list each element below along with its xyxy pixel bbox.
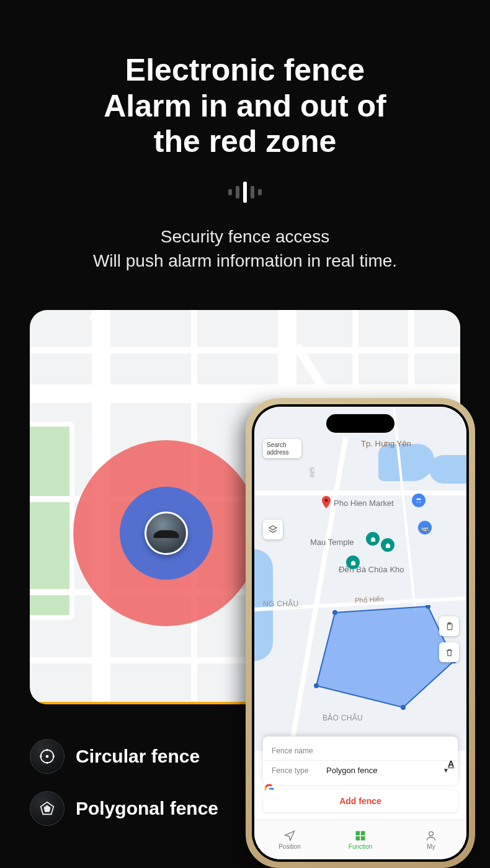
polygon-fence-visual[interactable] bbox=[310, 605, 459, 711]
grid-icon bbox=[354, 830, 367, 842]
title-line2: Alarm in and out of bbox=[104, 89, 386, 123]
nav-position-label: Position bbox=[278, 843, 301, 850]
feature-polygonal: Polygonal fence bbox=[30, 791, 218, 826]
svg-rect-17 bbox=[356, 831, 360, 836]
search-address-button[interactable]: Search address bbox=[263, 439, 301, 458]
svg-rect-20 bbox=[361, 836, 365, 841]
phone-screen: Tp. Hưng Yên Sây Pho Hien Market Mau Tem… bbox=[254, 407, 466, 859]
feature-circular-label: Circular fence bbox=[76, 746, 200, 767]
bottom-nav: Position Function My bbox=[254, 820, 466, 859]
svg-marker-7 bbox=[43, 805, 50, 812]
phone-mockup: Tp. Hưng Yên Sây Pho Hien Market Mau Tem… bbox=[246, 398, 475, 868]
svg-rect-19 bbox=[356, 836, 360, 841]
navigation-icon bbox=[283, 830, 296, 842]
polygonal-fence-icon bbox=[30, 791, 65, 826]
page-title: Electronic fence Alarm in and out of the… bbox=[0, 0, 490, 160]
title-line1: Electronic fence bbox=[125, 53, 365, 87]
map-district-baochau: BẢO CHÂU bbox=[323, 714, 363, 722]
svg-point-21 bbox=[429, 831, 434, 836]
svg-point-13 bbox=[401, 705, 406, 710]
subtitle: Security fence access Will push alarm in… bbox=[0, 224, 490, 273]
fence-form: Fence name Fence type Polygon fence ▼ bbox=[263, 737, 458, 785]
add-fence-button[interactable]: Add fence bbox=[263, 790, 458, 812]
feature-polygonal-label: Polygonal fence bbox=[76, 798, 218, 819]
temple-poi-icon-3[interactable] bbox=[346, 556, 360, 569]
map-delete-button[interactable] bbox=[439, 642, 459, 662]
feature-circular: Circular fence bbox=[30, 739, 218, 774]
nav-position[interactable]: Position bbox=[254, 820, 325, 859]
svg-point-3 bbox=[46, 762, 48, 764]
svg-point-14 bbox=[314, 683, 319, 688]
svg-point-1 bbox=[46, 755, 49, 758]
svg-point-2 bbox=[46, 749, 48, 751]
title-line3: the red zone bbox=[154, 124, 336, 159]
svg-marker-15 bbox=[269, 526, 277, 530]
subtitle-line2: Will push alarm information in real time… bbox=[93, 251, 397, 270]
shop-poi-icon[interactable] bbox=[412, 494, 425, 507]
search-address-label: Search address bbox=[267, 441, 289, 456]
temple-poi-icon-2[interactable] bbox=[381, 538, 394, 552]
phone-map[interactable]: Tp. Hưng Yên Sây Pho Hien Market Mau Tem… bbox=[254, 407, 466, 751]
fence-type-label: Fence type bbox=[272, 766, 326, 775]
vehicle-marker bbox=[145, 512, 188, 555]
map-layers-button[interactable] bbox=[263, 520, 283, 539]
svg-rect-18 bbox=[361, 831, 365, 836]
circular-fence-visual bbox=[73, 440, 259, 626]
location-pin-icon bbox=[321, 496, 331, 508]
temple-poi-icon-1[interactable] bbox=[366, 532, 380, 546]
fence-name-row[interactable]: Fence name bbox=[263, 742, 458, 760]
text-input-indicator-icon: A bbox=[448, 759, 460, 771]
nav-function-label: Function bbox=[349, 843, 372, 850]
map-city-label: Tp. Hưng Yên bbox=[361, 439, 411, 448]
map-poi-market-label: Pho Hien Market bbox=[334, 498, 394, 508]
bus-poi-icon[interactable]: 🚌 bbox=[418, 521, 432, 534]
fence-type-row[interactable]: Fence type Polygon fence ▼ bbox=[263, 760, 458, 780]
add-fence-label: Add fence bbox=[339, 796, 381, 806]
phone-notch bbox=[326, 414, 394, 433]
subtitle-line1: Security fence access bbox=[161, 227, 329, 246]
nav-my[interactable]: My bbox=[396, 820, 466, 859]
circular-fence-icon bbox=[30, 739, 65, 774]
fence-name-input[interactable]: Fence name bbox=[272, 746, 326, 755]
svg-point-8 bbox=[325, 499, 328, 502]
svg-point-4 bbox=[40, 755, 42, 757]
svg-point-5 bbox=[53, 755, 55, 757]
nav-my-label: My bbox=[427, 843, 435, 850]
map-clipboard-button[interactable] bbox=[439, 616, 459, 636]
map-district-ngchau: NG CHÂU bbox=[263, 600, 298, 608]
fence-type-value: Polygon fence bbox=[326, 766, 443, 775]
nav-function[interactable]: Function bbox=[325, 820, 396, 859]
user-icon bbox=[425, 830, 437, 842]
svg-point-10 bbox=[332, 610, 337, 615]
audio-bars-icon bbox=[0, 182, 490, 203]
map-road-label: Phố Hiến bbox=[355, 595, 385, 604]
map-poi-temple-label: Mau Temple bbox=[310, 538, 354, 547]
svg-marker-9 bbox=[316, 606, 454, 707]
